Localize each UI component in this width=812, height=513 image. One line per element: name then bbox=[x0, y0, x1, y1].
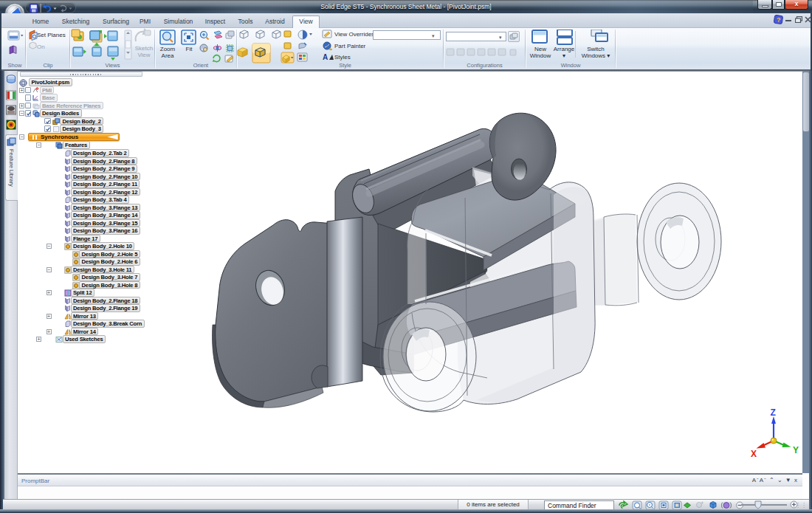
svg-text:Y: Y bbox=[793, 445, 799, 455]
svg-text:X: X bbox=[751, 449, 757, 459]
svg-text:Z: Z bbox=[771, 407, 776, 418]
